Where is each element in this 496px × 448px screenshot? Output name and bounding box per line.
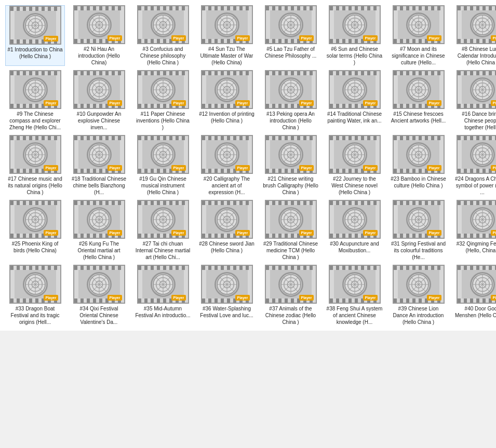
video-item-25[interactable]: Player #25 Phoenix King of birds (Hello … — [5, 200, 65, 261]
film-inner — [142, 75, 184, 104]
video-item-22[interactable]: Player #22 Journey to the West Chinese n… — [325, 135, 384, 196]
video-item-24[interactable]: Player #24 Dragons A Chinese symbol of p… — [452, 135, 496, 196]
film-thumbnail: Player — [265, 200, 317, 239]
thumbnail-wrapper: Player — [393, 135, 445, 174]
circle-pattern — [342, 207, 367, 232]
film-inner — [334, 140, 376, 169]
video-item-18[interactable]: Player #18 Traditional Chinese chime bel… — [69, 135, 129, 196]
video-item-35[interactable]: Player #35 Mid-Autumn Festival An introd… — [133, 265, 193, 325]
play-badge: Player — [363, 35, 377, 41]
thumbnail-wrapper: Player — [9, 265, 61, 304]
film-thumbnail: Player — [73, 70, 125, 109]
video-title: #23 Bamboo in Chinese culture (Hello Chi… — [391, 175, 447, 189]
thumbnail-wrapper: Player — [9, 6, 61, 45]
video-item-33[interactable]: Player #33 Dragon Boat Festival and its … — [5, 265, 65, 325]
video-title: #12 Invention of printing (Hello China ) — [199, 111, 255, 124]
thumbnail-wrapper: Player — [73, 135, 125, 174]
video-item-6[interactable]: Player #6 Sun and Chinese solar terms (H… — [325, 5, 384, 66]
play-badge: Player — [427, 165, 441, 171]
film-inner — [206, 75, 248, 104]
thumbnail-wrapper: Player — [393, 70, 445, 109]
film-thumbnail: Player — [265, 5, 317, 44]
video-item-19[interactable]: Player #19 Gu Qin Chinese musical instru… — [133, 135, 193, 196]
video-item-3[interactable]: Player #3 Confucius and Chinese philosop… — [133, 5, 193, 66]
video-item-37[interactable]: Player #37 Animals of the Chinese zodiac… — [261, 265, 320, 325]
video-title: #39 Chinese Lion Dance An introduction (… — [391, 305, 447, 325]
video-item-28[interactable]: Player #28 Chinese sword Jian (Hello Chi… — [197, 200, 257, 261]
video-item-1[interactable]: Player #1 Introduction to China (Hello C… — [5, 5, 65, 66]
thumbnail-wrapper: Player — [457, 265, 497, 304]
video-item-36[interactable]: Player #36 Water-Splashing Festival Love… — [197, 265, 257, 325]
film-inner — [398, 140, 439, 169]
film-inner — [78, 205, 120, 234]
video-item-30[interactable]: Player #30 Acupuncture and Moxibustion..… — [325, 200, 384, 261]
play-badge: Player — [363, 100, 377, 106]
video-item-17[interactable]: Player #17 Chinese music and its natural… — [5, 135, 65, 196]
circle-pattern — [278, 77, 303, 102]
circle-pattern — [23, 13, 48, 38]
video-title: #33 Dragon Boat Festival and its tragic … — [7, 305, 63, 325]
video-item-34[interactable]: Player #34 Qixi Festival Oriental Chines… — [69, 265, 129, 325]
circle-pattern — [87, 272, 112, 297]
thumbnail-wrapper: Player — [201, 265, 253, 304]
video-title: #9 The Chinese compass and explorer Zhen… — [7, 111, 63, 131]
play-badge: Player — [363, 165, 377, 171]
film-thumbnail: Player — [393, 135, 445, 174]
film-inner — [334, 75, 376, 104]
video-item-20[interactable]: Player #20 Calligraphy The ancient art o… — [197, 135, 257, 196]
video-item-2[interactable]: Player #2 Ni Hau An introduction (Hello … — [69, 5, 129, 66]
circle-pattern — [215, 77, 239, 102]
video-item-27[interactable]: Player #27 Tai chi chuan Internal Chines… — [133, 200, 193, 261]
video-item-32[interactable]: Player #32 Qingming Festival (Hello, Chi… — [452, 200, 496, 261]
thumbnail-wrapper: Player — [329, 265, 381, 304]
circle-pattern — [215, 12, 239, 37]
film-thumbnail: Player — [329, 70, 381, 109]
film-inner — [270, 10, 312, 39]
video-item-13[interactable]: Player #13 Peking opera An introduction … — [261, 70, 320, 131]
film-thumbnail: Player — [9, 265, 61, 304]
film-inner — [462, 75, 497, 104]
video-item-10[interactable]: Player #10 Gunpowder An explosive Chines… — [69, 70, 129, 131]
film-inner — [15, 11, 56, 39]
film-inner — [334, 10, 376, 39]
play-badge: Player — [235, 295, 249, 301]
thumbnail-wrapper: Player — [73, 265, 125, 304]
video-item-21[interactable]: Player #21 Chinese writing brush Calligr… — [261, 135, 320, 196]
thumbnail-wrapper: Player — [265, 200, 317, 239]
video-item-39[interactable]: Player #39 Chinese Lion Dance An introdu… — [388, 265, 448, 325]
thumbnail-wrapper: Player — [329, 200, 381, 239]
video-item-14[interactable]: Player #14 Traditional Chinese painting … — [325, 70, 384, 131]
play-badge: Player — [44, 36, 58, 42]
video-item-40[interactable]: Player #40 Door Gods Menshen (Hello Chin… — [452, 265, 496, 325]
film-inner — [398, 205, 439, 234]
video-grid: Player #1 Introduction to China (Hello C… — [0, 0, 496, 331]
video-item-11[interactable]: Player #11 Paper Chinese inventions (Hel… — [133, 70, 193, 131]
video-item-8[interactable]: Player #8 Chinese Lunar Calendar Introdu… — [452, 5, 496, 66]
video-item-16[interactable]: Player #16 Dance brings Chinese people t… — [452, 70, 496, 131]
video-item-7[interactable]: Player #7 Moon and its significance in C… — [388, 5, 448, 66]
video-item-15[interactable]: Player #15 Chinese frescoes Ancient artw… — [388, 70, 448, 131]
video-title: #19 Gu Qin Chinese musical instrument (H… — [135, 175, 191, 196]
video-item-9[interactable]: Player #9 The Chinese compass and explor… — [5, 70, 65, 131]
video-item-26[interactable]: Player #26 Kung Fu The Oriental martial … — [69, 200, 129, 261]
circle-pattern — [470, 77, 495, 102]
film-thumbnail: Player — [329, 200, 381, 239]
video-title: #1 Introduction to China (Hello China ) — [7, 46, 63, 60]
video-title: #17 Chinese music and its natural origin… — [7, 175, 63, 196]
film-inner — [15, 270, 56, 298]
video-item-5[interactable]: Player #5 Lao Tzu Father of Chinese Phil… — [261, 5, 320, 66]
film-inner — [78, 270, 120, 298]
video-title: #2 Ni Hau An introduction (Hello China) — [71, 46, 127, 66]
circle-pattern — [470, 142, 495, 167]
video-item-23[interactable]: Player #23 Bamboo in Chinese culture (He… — [388, 135, 448, 196]
video-item-12[interactable]: Player #12 Invention of printing (Hello … — [197, 70, 257, 131]
video-item-29[interactable]: Player #29 Traditional Chinese medicine … — [261, 200, 320, 261]
film-thumbnail: Player — [329, 5, 381, 44]
video-item-31[interactable]: Player #31 Spring Festival and its colou… — [388, 200, 448, 261]
film-inner — [206, 205, 248, 234]
video-title: #24 Dragons A Chinese symbol of power (H… — [454, 175, 497, 196]
video-item-38[interactable]: Player #38 Feng Shui A system of ancient… — [325, 265, 384, 325]
film-thumbnail: Player — [393, 5, 445, 44]
thumbnail-wrapper: Player — [329, 70, 381, 109]
video-item-4[interactable]: Player #4 Sun Tzu The Ultimate Master of… — [197, 5, 257, 66]
